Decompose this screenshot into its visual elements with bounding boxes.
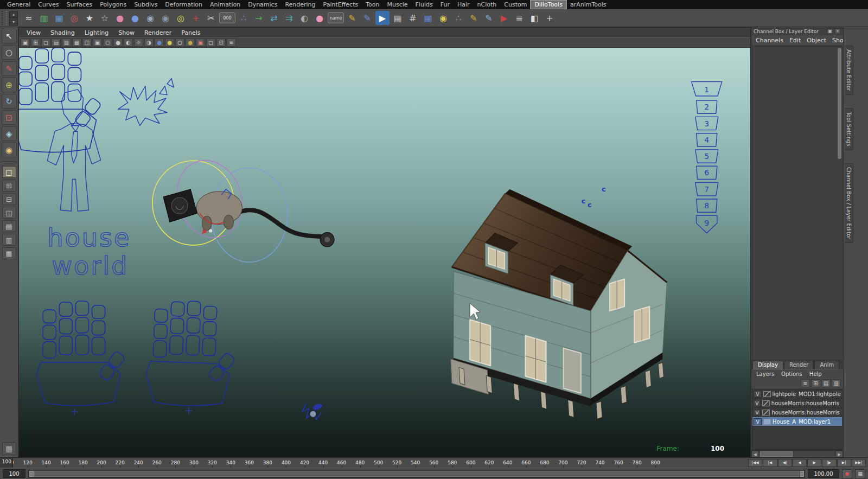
ball-gold-icon[interactable]: ● [186,39,195,47]
time-tick[interactable]: 580 [443,458,462,468]
pencil-blue-icon[interactable]: ✎ [360,11,374,25]
layer-editor-menu-item[interactable]: Help [806,371,825,377]
layer-editor-tab[interactable]: Render [784,361,814,369]
sphere-pink-icon[interactable]: ● [312,11,327,25]
current-time-marker[interactable]: 100 [0,458,13,468]
current-time-field[interactable] [808,469,839,478]
time-tick[interactable]: 440 [314,458,333,468]
range-end-handle[interactable] [800,471,804,477]
time-tick[interactable]: 480 [351,458,369,468]
step-forward-key-button[interactable]: |▶ [822,459,836,467]
step-back-key-button[interactable]: ◀| [778,459,792,467]
time-tick[interactable]: 400 [277,458,295,468]
range-start-handle[interactable] [29,471,34,477]
time-tick[interactable]: 660 [517,458,535,468]
scroll-right-arrow[interactable]: ▶ [835,451,843,457]
time-tick[interactable]: 240 [129,458,148,468]
star-outline-icon[interactable]: ☆ [98,11,112,25]
field-chart-icon[interactable]: ▦ [72,39,81,47]
panel-menu-item[interactable]: Lighting [80,29,113,36]
time-tick[interactable]: 700 [554,458,572,468]
panel-menu-item[interactable]: View [22,29,45,36]
resolution-gate-icon[interactable]: ▤ [52,39,61,47]
shelf-tab-down-button[interactable]: ▾ [9,18,18,25]
scissors-icon[interactable]: ✂ [204,11,218,25]
menu-item[interactable]: General [3,1,34,9]
menu-item[interactable]: arAnimTools [566,1,610,9]
small-creature[interactable] [302,403,323,419]
go-to-start-button[interactable]: |◀◀ [748,459,762,467]
range-start-field[interactable] [3,469,25,478]
menu-item[interactable]: Subdivs [130,1,161,9]
menu-item[interactable]: Polygons [96,1,130,9]
shelf-tab-up-button[interactable]: ▴ [9,11,18,18]
soft-mod-tool-icon[interactable]: ◉ [2,143,17,157]
menu-item[interactable]: Muscle [383,1,411,9]
menu-item[interactable]: nCloth [474,1,501,9]
time-slider-track[interactable]: 100 100 120 140 160 180 200 220 240 260 … [0,458,746,468]
time-tick[interactable]: 120 [18,458,37,468]
curve-wave-icon[interactable]: ≈ [22,11,36,25]
scroll-left-arrow[interactable]: ◀ [751,451,759,457]
time-tick[interactable]: 800 [646,458,665,468]
scale-tool-icon[interactable]: ⊡ [2,110,17,125]
play-forwards-button[interactable]: ▶ [807,459,821,467]
sidebar-vertical-tab[interactable]: Channel Box / Layer Editor [845,163,853,243]
channel-scrollbar[interactable] [838,48,841,159]
channel-box-menu-item[interactable]: Channels [753,37,786,44]
layout-three-split-icon[interactable]: ▤ [2,220,16,232]
menu-item[interactable]: Surfaces [63,1,97,9]
menu-item[interactable]: Fur [437,1,454,9]
rotate-tool-icon[interactable]: ↻ [2,94,17,108]
layer-row[interactable]: V lightpole_MOD1:lightpole_ [752,389,842,399]
pencil-steel-icon[interactable]: ✎ [482,11,496,25]
layer-list-icon[interactable]: ≡ [801,379,810,387]
channel-list-area[interactable] [752,46,843,360]
menu-item[interactable]: Animation [206,1,244,9]
spheres-blue-icon[interactable]: ● [128,11,142,25]
step-forward-frame-button[interactable]: ▶| [837,459,851,467]
layer-name[interactable]: houseMorris:houseMorris_MC [771,410,841,416]
time-tick[interactable]: 720 [572,458,591,468]
sphere-yellow-icon[interactable]: ◉ [436,11,450,25]
time-tick[interactable]: 300 [184,458,203,468]
animation-preferences-button[interactable]: ▦ [855,469,865,478]
new-layer-icon[interactable]: ⊞ [811,379,820,387]
time-tick[interactable]: 280 [166,458,184,468]
menu-item[interactable]: Rendering [281,1,319,9]
move-tool-icon[interactable]: ⊕ [2,78,17,92]
shelf-grip[interactable] [2,11,7,25]
select-tool-icon[interactable]: ↖ [2,29,17,43]
scene-text-house-world[interactable]: house world [47,223,131,281]
layout-four-view-icon[interactable]: ⊞ [2,180,16,191]
auto-keyframe-button[interactable]: ● [842,469,852,478]
time-tick[interactable]: 500 [369,458,388,468]
menu-item[interactable]: Fluids [412,1,437,9]
menu-item[interactable]: Toon [362,1,383,9]
xray-icon[interactable]: ◻ [206,39,215,47]
time-tick[interactable]: 140 [37,458,55,468]
wireframe-glove-left[interactable] [36,301,125,406]
new-layer-from-selected-icon[interactable]: ▤ [821,379,831,387]
ground-plane-icon[interactable]: ▦ [2,442,16,455]
time-tick[interactable]: 380 [258,458,277,468]
character-red-icon[interactable]: ▶ [497,11,511,25]
wireframe-glove[interactable] [19,48,101,152]
lasso-select-tool-icon[interactable]: ○ [2,45,17,60]
time-tick[interactable]: 320 [203,458,221,468]
dock-icon[interactable]: ▣ [827,28,833,34]
dots-gray-icon[interactable]: ∴ [451,11,465,25]
sphere-pair-dark-icon[interactable]: ◉ [158,11,173,25]
time-tick[interactable]: 460 [333,458,351,468]
chart-green-icon[interactable]: ▥ [37,11,51,25]
character-rig[interactable] [163,189,334,247]
sphere-half-icon[interactable]: ◐ [297,11,311,25]
viewport-canvas[interactable]: house world [19,48,750,457]
safe-action-icon[interactable]: ◫ [82,39,92,47]
arrow-green-icon[interactable]: → [252,11,266,25]
time-tick[interactable]: 740 [591,458,609,468]
channel-box-menu-item[interactable]: Object [804,37,829,44]
panel-menu-item[interactable]: Panels [177,29,205,36]
claw-curve[interactable] [118,79,174,126]
range-slider[interactable] [28,470,805,478]
